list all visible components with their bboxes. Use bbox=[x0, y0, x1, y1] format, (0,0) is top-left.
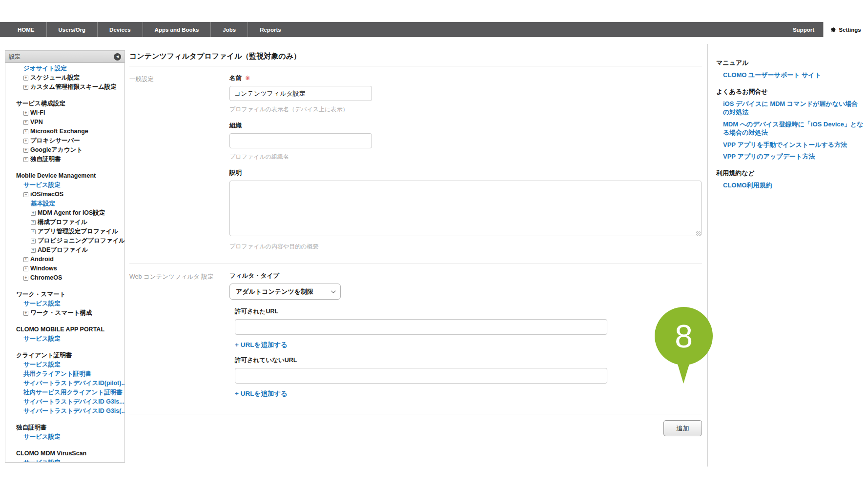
sidebar-item[interactable]: サービス設定 bbox=[5, 181, 124, 190]
sidebar-item-label: サービス設定 bbox=[23, 458, 61, 463]
sidebar-item-label: サービス設定 bbox=[23, 334, 61, 344]
sidebar-item[interactable]: サービス設定 bbox=[5, 432, 124, 442]
expand-plus-icon[interactable]: + bbox=[23, 276, 28, 281]
allowed-url-input[interactable] bbox=[235, 319, 607, 335]
expand-plus-icon[interactable]: + bbox=[31, 220, 36, 225]
sidebar-item-label: Wi-Fi bbox=[30, 108, 45, 118]
sidebar-item[interactable]: 基本設定 bbox=[5, 199, 124, 208]
sidebar-item[interactable]: 共用クライアント証明書 bbox=[5, 369, 124, 379]
sidebar-item[interactable]: サービス設定 bbox=[5, 458, 124, 463]
help-link[interactable]: VPP アプリを手動でインストールする方法 bbox=[723, 141, 864, 149]
sidebar-item[interactable]: +構成プロファイル bbox=[5, 218, 124, 227]
profile-desc-textarea[interactable] bbox=[229, 181, 702, 236]
sidebar-item[interactable]: サービス設定 bbox=[5, 299, 124, 308]
page: HOMEUsers/OrgDevicesApps and BooksJobsRe… bbox=[0, 0, 868, 488]
sidebar-item[interactable]: +プロビジョニングプロファイル bbox=[5, 236, 124, 245]
nav-settings-tab[interactable]: Settings bbox=[823, 22, 868, 37]
expand-plus-icon[interactable]: + bbox=[23, 85, 28, 90]
sidebar-item[interactable]: +スケジュール設定 bbox=[5, 73, 124, 82]
sidebar-item[interactable]: +ワーク・スマート構成 bbox=[5, 308, 124, 318]
help-panel-sections: マニュアルCLOMO ユーザーサポート サイトよくあるお問合せiOS デバイスに… bbox=[716, 59, 864, 189]
sidebar-item[interactable]: +ChromeOS bbox=[5, 273, 124, 283]
expand-plus-icon[interactable]: + bbox=[31, 229, 36, 234]
nav-item-home[interactable]: HOME bbox=[6, 22, 46, 37]
sidebar-item[interactable]: サービス設定 bbox=[5, 360, 124, 369]
sidebar-item-label: 社内サービス用クライアント証明書 bbox=[23, 388, 123, 397]
expand-plus-icon[interactable]: + bbox=[23, 257, 28, 262]
sidebar-item[interactable]: +Android bbox=[5, 255, 124, 264]
help-link[interactable]: MDM へのデバイス登録時に「iOS Device」となる場合の対処法 bbox=[723, 120, 864, 137]
sidebar-item[interactable]: 社内サービス用クライアント証明書 bbox=[5, 388, 124, 397]
sidebar-item[interactable]: +MDM Agent for iOS設定 bbox=[5, 208, 124, 218]
expand-plus-icon[interactable]: + bbox=[31, 239, 36, 244]
expand-plus-icon[interactable]: + bbox=[23, 139, 28, 143]
settings-sidebar: 設定 ◀ ジオサイト設定+スケジュール設定+カスタム管理権限スキーム設定サービス… bbox=[5, 50, 125, 463]
sidebar-item[interactable]: +Windows bbox=[5, 264, 124, 273]
nav-support-link[interactable]: Support bbox=[793, 22, 814, 37]
expand-plus-icon[interactable]: + bbox=[23, 76, 28, 81]
nav-item-reports[interactable]: Reports bbox=[248, 22, 292, 37]
help-section-title: よくあるお問合せ bbox=[716, 87, 864, 96]
help-link[interactable]: CLOMO利用規約 bbox=[723, 181, 864, 190]
sidebar-group-header: CLOMO MDM VirusScan bbox=[5, 449, 124, 458]
profile-name-input[interactable] bbox=[229, 86, 372, 101]
sidebar-item[interactable]: ジオサイト設定 bbox=[5, 64, 124, 73]
expand-plus-icon[interactable]: + bbox=[23, 129, 28, 134]
sidebar-item-label: サイバートラストデバイスID(pilot)... bbox=[23, 379, 125, 388]
nav-menu: HOMEUsers/OrgDevicesApps and BooksJobsRe… bbox=[6, 22, 293, 37]
filter-type-label: フィルタ・タイプ bbox=[229, 272, 702, 280]
page-title: コンテンツフィルタプロファイル（監視対象のみ） bbox=[129, 52, 702, 66]
sidebar-item-label: 基本設定 bbox=[31, 199, 55, 208]
expand-plus-icon[interactable]: + bbox=[23, 120, 28, 125]
sidebar-item[interactable]: +Microsoft Exchange bbox=[5, 127, 124, 136]
help-link[interactable]: VPP アプリのアップデート方法 bbox=[723, 152, 864, 161]
sidebar-item[interactable]: +Wi-Fi bbox=[5, 108, 124, 118]
sidebar-collapse-button[interactable]: ◀ bbox=[114, 53, 121, 61]
expand-plus-icon[interactable]: + bbox=[23, 111, 28, 116]
add-allowed-url-link[interactable]: + URLを追加する bbox=[235, 341, 288, 349]
sidebar-item[interactable]: サービス設定 bbox=[5, 334, 124, 344]
help-panel: マニュアルCLOMO ユーザーサポート サイトよくあるお問合せiOS デバイスに… bbox=[707, 44, 868, 467]
sidebar-item-label: VPN bbox=[30, 118, 43, 127]
sidebar-item[interactable]: サイバートラストデバイスID G3is(... bbox=[5, 407, 124, 416]
settings-tab-label: Settings bbox=[839, 27, 861, 33]
general-settings-section: 一般設定 名前※ プロファイルの表示名（デバイス上に表示） 組織 プロファイルの… bbox=[129, 66, 702, 254]
sidebar-item[interactable]: +ADEプロファイル bbox=[5, 245, 124, 255]
sidebar-item[interactable]: +プロキシサーバー bbox=[5, 136, 124, 145]
sidebar-item-label: ワーク・スマート構成 bbox=[30, 308, 92, 318]
help-section-title: マニュアル bbox=[716, 59, 864, 67]
sidebar-item[interactable]: サイバートラストデバイスID(pilot)... bbox=[5, 379, 124, 388]
sidebar-item-label: サイバートラストデバイスID G3is... bbox=[23, 397, 124, 407]
expand-plus-icon[interactable]: + bbox=[23, 157, 28, 162]
sidebar-item[interactable]: +カスタム管理権限スキーム設定 bbox=[5, 82, 124, 92]
collapse-minus-icon[interactable]: − bbox=[23, 192, 28, 197]
sidebar-item[interactable]: +VPN bbox=[5, 118, 124, 127]
sidebar-item[interactable]: −iOS/macOS bbox=[5, 190, 124, 199]
sidebar-item-label: 構成プロファイル bbox=[38, 218, 87, 227]
expand-plus-icon[interactable]: + bbox=[23, 148, 28, 153]
main-content: コンテンツフィルタプロファイル（監視対象のみ） 一般設定 名前※ プロファイルの… bbox=[129, 52, 702, 436]
sidebar-item[interactable]: +Googleアカウント bbox=[5, 145, 124, 155]
expand-plus-icon[interactable]: + bbox=[23, 266, 28, 271]
expand-plus-icon[interactable]: + bbox=[31, 248, 36, 253]
sidebar-item-label: ワーク・スマート bbox=[16, 290, 65, 299]
sidebar-item[interactable]: +アプリ管理設定プロファイル bbox=[5, 227, 124, 236]
help-link[interactable]: iOS デバイスに MDM コマンドが届かない場合の対処法 bbox=[723, 100, 864, 117]
webfilter-section: Web コンテンツフィルタ 設定 フィルタ・タイプ アダルトコンテンツを制限 許… bbox=[129, 264, 702, 402]
add-denied-url-link[interactable]: + URLを追加する bbox=[235, 389, 288, 398]
general-section-label: 一般設定 bbox=[129, 66, 229, 254]
expand-plus-icon[interactable]: + bbox=[23, 311, 28, 316]
add-button[interactable]: 追加 bbox=[663, 420, 702, 436]
denied-url-input[interactable] bbox=[235, 368, 607, 384]
filter-type-select[interactable]: アダルトコンテンツを制限 bbox=[229, 284, 341, 300]
nav-item-apps-and-books[interactable]: Apps and Books bbox=[143, 22, 211, 37]
nav-item-devices[interactable]: Devices bbox=[97, 22, 142, 37]
nav-item-users-org[interactable]: Users/Org bbox=[46, 22, 98, 37]
nav-item-jobs[interactable]: Jobs bbox=[210, 22, 248, 37]
annotation-step-number: 8 bbox=[675, 320, 693, 352]
help-link[interactable]: CLOMO ユーザーサポート サイト bbox=[723, 71, 864, 80]
sidebar-item[interactable]: +独自証明書 bbox=[5, 155, 124, 164]
expand-plus-icon[interactable]: + bbox=[31, 211, 36, 216]
sidebar-item[interactable]: サイバートラストデバイスID G3is... bbox=[5, 397, 124, 407]
profile-org-input[interactable] bbox=[229, 133, 372, 148]
